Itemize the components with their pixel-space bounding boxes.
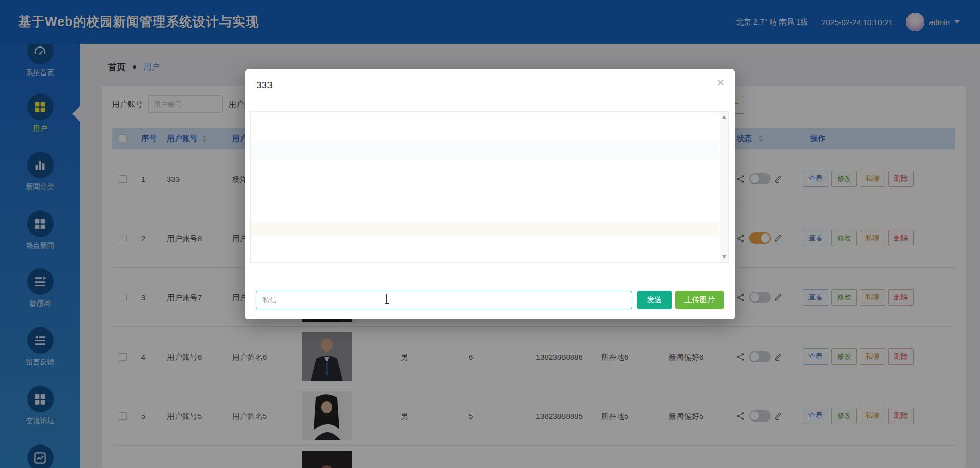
scroll-up-icon[interactable]	[722, 115, 726, 119]
scroll-down-icon[interactable]	[722, 255, 726, 259]
send-button[interactable]: 发送	[637, 291, 672, 309]
message-band	[251, 142, 719, 159]
private-message-modal: 333 ✕ 发送 上传图片	[245, 69, 735, 319]
message-band	[251, 222, 719, 236]
modal-title: 333	[256, 80, 273, 91]
text-cursor-icon	[384, 293, 389, 305]
close-icon[interactable]: ✕	[716, 77, 725, 89]
upload-image-button[interactable]: 上传图片	[675, 291, 724, 309]
scrollbar[interactable]	[720, 112, 728, 262]
message-history-panel	[250, 111, 729, 263]
message-input[interactable]	[256, 291, 632, 309]
